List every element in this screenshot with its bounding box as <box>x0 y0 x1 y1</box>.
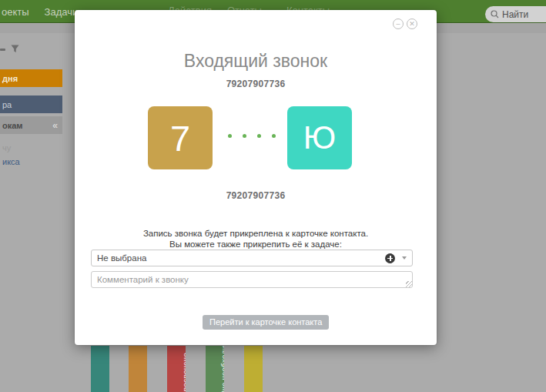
incoming-call-dialog: – ✕ Входящий звонок 79207907736 7 Ю 7920… <box>75 10 437 345</box>
attach-note-line1: Запись звонка будет прикреплена к карточ… <box>75 228 437 239</box>
chart-column <box>244 346 263 392</box>
search-input[interactable] <box>502 9 544 20</box>
contact-avatar: Ю <box>287 106 352 169</box>
search-icon <box>491 8 499 22</box>
collapse-icon[interactable]: « <box>52 120 58 131</box>
minimize-button[interactable]: – <box>393 18 404 29</box>
task-select[interactable]: Не выбрана <box>91 250 413 266</box>
sidebar-section-label: окам <box>2 121 22 130</box>
chart-column: Просрочено <box>167 346 186 392</box>
go-to-contact-card-button[interactable]: Перейти к карточке контакта <box>203 315 329 330</box>
search-box[interactable] <box>485 6 546 22</box>
sidebar-item-today[interactable]: дня <box>0 69 62 87</box>
chevron-down-icon[interactable] <box>402 256 407 260</box>
chart-column <box>129 346 147 392</box>
background-chart: ПросроченоМне необходимо <box>0 346 546 392</box>
connector-dot <box>243 134 246 138</box>
sidebar: дня ра окам « чу икса <box>0 24 75 347</box>
chart-column-label: Мне необходимо <box>219 346 225 392</box>
chart-column-label: Просрочено <box>181 353 186 392</box>
sidebar-filter-row <box>0 44 19 55</box>
caller-avatar: 7 <box>148 106 213 169</box>
add-task-icon[interactable] <box>385 253 395 263</box>
sidebar-item-label: ра <box>2 100 12 109</box>
task-select-value: Не выбрана <box>92 253 385 263</box>
phone-number-repeat: 79207907736 <box>75 190 437 201</box>
app-background: оекты Задачи ДействияОтчетыКонтакты дня <box>0 0 546 392</box>
sidebar-item-label: дня <box>2 74 18 83</box>
contact-initial: Ю <box>303 119 336 156</box>
close-button[interactable]: ✕ <box>407 18 417 29</box>
sidebar-item-planfix[interactable]: икса <box>0 152 62 170</box>
connector-dot <box>257 134 261 138</box>
list-icon[interactable] <box>0 49 5 51</box>
sidebar-item-label: чу <box>2 143 11 152</box>
chart-column <box>91 346 109 392</box>
caller-initial: 7 <box>170 117 190 159</box>
menu-item-projects[interactable]: оекты <box>0 6 37 18</box>
sidebar-section-deadlines[interactable]: окам « <box>0 116 62 134</box>
sidebar-item-label: икса <box>2 157 20 166</box>
connector-dot <box>228 134 232 138</box>
filter-icon[interactable] <box>11 42 19 56</box>
attach-note: Запись звонка будет прикреплена к карточ… <box>75 228 437 250</box>
connector-dot <box>272 134 276 138</box>
call-comment-input[interactable] <box>91 271 413 288</box>
main-menu: оекты Задачи <box>0 0 85 23</box>
chart-column: Мне необходимо <box>206 346 224 392</box>
dialog-title: Входящий звонок <box>75 51 437 72</box>
caller-phone-number: 79207907736 <box>75 79 437 89</box>
connection-dots <box>228 134 276 138</box>
sidebar-item-tomorrow[interactable]: ра <box>0 95 62 113</box>
attach-note-line2: Вы можете также прикрепить её к задаче: <box>75 239 437 250</box>
